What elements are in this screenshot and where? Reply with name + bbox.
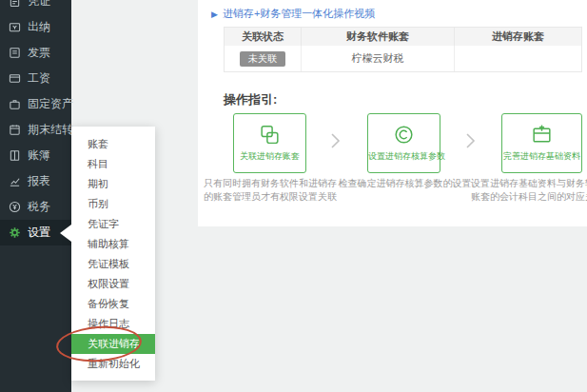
- sidebar-item-label: 报表: [28, 173, 50, 189]
- play-icon: ▶: [211, 10, 218, 19]
- submenu-item-backup-restore[interactable]: 备份恢复: [71, 294, 155, 314]
- cashier-icon: [9, 21, 22, 34]
- chevron-right-icon: [464, 131, 479, 150]
- step-description: 只有同时拥有财务软件和进销存的账套管理员才有权限设置关联: [200, 177, 341, 204]
- sidebar-item-label: 设置: [28, 225, 50, 241]
- sidebar-item-label: 凭证: [28, 0, 50, 10]
- sidebar-item-fixed-assets[interactable]: 固定资产: [0, 91, 71, 117]
- sidebar-item-salary[interactable]: 工资: [0, 66, 71, 91]
- reports-icon: [9, 175, 22, 188]
- sidebar-item-label: 发票: [28, 45, 50, 61]
- sidebar-item-tax[interactable]: 税务: [0, 194, 71, 220]
- ledger-icon: [9, 149, 22, 163]
- link-status-table: 关联状态 财务软件账套 进销存账套 未关联 柠檬云财税: [224, 27, 582, 72]
- salary-icon: [9, 72, 22, 86]
- col-header-finance-account: 财务软件账套: [302, 28, 455, 46]
- sidebar-item-label: 期末结转: [28, 122, 73, 138]
- tax-icon: [9, 201, 22, 214]
- chevron-right-icon: [329, 131, 344, 150]
- link-accounts-icon: [234, 122, 305, 147]
- status-badge: 未关联: [240, 51, 285, 67]
- step-label: 完善进销存基础资料: [502, 150, 581, 163]
- sidebar-item-voucher[interactable]: 凭证: [0, 0, 71, 14]
- sidebar-item-ledger[interactable]: 账簿: [0, 143, 71, 168]
- sidebar-item-period-end[interactable]: 期末结转: [0, 117, 71, 143]
- period-end-icon: [9, 124, 22, 137]
- submenu-item-subjects[interactable]: 科目: [71, 154, 155, 174]
- params-gear-icon: [368, 122, 440, 147]
- step-description: 设置进销存基础资料与财务软件账套的会计科目之间的对应关系: [470, 177, 587, 204]
- submenu-item-currency[interactable]: 币别: [71, 194, 155, 214]
- submenu-item-permissions[interactable]: 权限设置: [71, 274, 155, 294]
- sidebar-item-cashier[interactable]: 出纳: [0, 14, 71, 40]
- sidebar: 凭证 出纳 发票 工资 固定资产 期末结转 账簿 报表: [0, 0, 71, 392]
- basic-data-icon: [502, 122, 581, 147]
- sidebar-item-label: 出纳: [28, 19, 50, 35]
- step-complete-basic-data[interactable]: 完善进销存基础资料: [501, 113, 582, 173]
- col-header-inventory-account: 进销存账套: [455, 28, 581, 46]
- sidebar-item-reports[interactable]: 报表: [0, 168, 71, 194]
- step-link-accounts[interactable]: 关联进销存账套: [233, 113, 306, 173]
- submenu-item-opening-balance[interactable]: 期初: [71, 174, 155, 194]
- invoice-icon: [9, 47, 22, 60]
- step-label: 关联进销存账套: [234, 150, 305, 163]
- sidebar-item-label: 固定资产: [28, 96, 73, 112]
- sidebar-item-label: 税务: [28, 199, 50, 215]
- finance-account-cell: 柠檬云财税: [302, 46, 455, 71]
- sidebar-item-label: 账簿: [28, 147, 50, 164]
- table-header-row: 关联状态 财务软件账套 进销存账套: [225, 28, 581, 46]
- video-link-label: 进销存+财务管理一体化操作视频: [223, 7, 375, 21]
- inventory-account-cell: [455, 46, 581, 71]
- submenu-item-voucher-template[interactable]: 凭证模板: [71, 254, 155, 274]
- submenu-item-voucher-word[interactable]: 凭证字: [71, 214, 155, 234]
- col-header-link-status: 关联状态: [225, 28, 302, 46]
- popup-arrow: [60, 225, 71, 242]
- guide-title: 操作指引:: [224, 91, 277, 108]
- gear-icon: [9, 226, 22, 240]
- step-description: 检查确定进销存核算参数的设置: [336, 177, 474, 190]
- video-link[interactable]: ▶ 进销存+财务管理一体化操作视频: [211, 7, 375, 21]
- submenu-item-account-set[interactable]: 账套: [71, 134, 155, 154]
- submenu-item-auxiliary-accounting[interactable]: 辅助核算: [71, 234, 155, 254]
- fixed-assets-icon: [9, 98, 22, 111]
- main-content: ▶ 进销存+财务管理一体化操作视频 关联状态 财务软件账套 进销存账套 未关联 …: [198, 0, 587, 226]
- step-set-params[interactable]: 设置进销存核算参数: [367, 113, 440, 173]
- step-label: 设置进销存核算参数: [368, 150, 440, 163]
- voucher-icon: [9, 0, 22, 9]
- sidebar-item-invoice[interactable]: 发票: [0, 40, 71, 66]
- table-row: 未关联 柠檬云财税: [225, 46, 581, 71]
- sidebar-item-label: 工资: [28, 70, 50, 87]
